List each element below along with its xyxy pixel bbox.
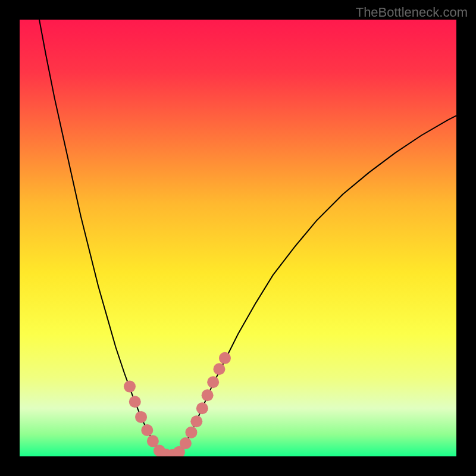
data-point	[219, 352, 231, 364]
watermark-text: TheBottleneck.com	[356, 5, 468, 20]
data-point	[141, 424, 153, 436]
data-point	[207, 376, 219, 388]
data-point	[185, 427, 197, 439]
data-point	[135, 411, 147, 423]
data-point	[190, 415, 202, 427]
data-point	[129, 396, 141, 408]
data-point	[124, 381, 136, 393]
plot-area	[20, 20, 456, 456]
data-points-group	[124, 352, 231, 456]
data-point	[202, 389, 214, 401]
points-layer	[20, 20, 456, 456]
chart-container: TheBottleneck.com	[0, 0, 476, 476]
data-point	[213, 363, 225, 375]
data-point	[196, 402, 208, 414]
data-point	[180, 437, 192, 449]
